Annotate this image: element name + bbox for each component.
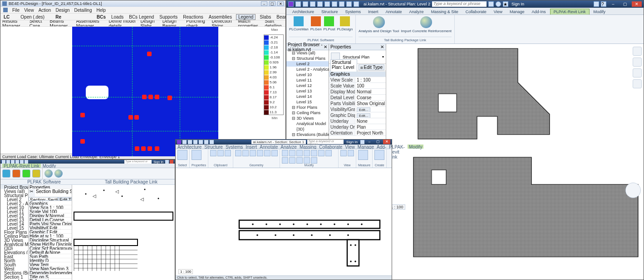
pld-canvas[interactable] (0, 27, 264, 154)
icon[interactable] (289, 157, 295, 164)
prop-value[interactable] (49, 258, 72, 262)
quick-icon[interactable] (317, 1, 323, 7)
btn-reactions[interactable]: Reactions (182, 14, 204, 19)
quick-icon[interactable] (324, 1, 330, 7)
rv2-project-browser[interactable]: Project Browser - ai.kalam.rvtViews (all… (0, 185, 29, 280)
help-icon[interactable]: ? (601, 1, 606, 7)
rv2-properties[interactable]: Properties ✂Section Building Section Sec… (29, 185, 72, 280)
props-row[interactable]: View Scale1 : 100 (329, 77, 386, 83)
rv2-search[interactable]: Type a keyword or phrase (124, 160, 152, 164)
btn-beams[interactable]: Beams (275, 14, 285, 19)
menu-action[interactable]: Action (39, 8, 51, 13)
rv3-canvas[interactable]: 1 : 100 (176, 168, 392, 275)
rv3-min[interactable]: – (366, 140, 373, 144)
tab[interactable]: Collaborate (319, 145, 342, 149)
tab[interactable]: PLPAK-Revit Link (389, 145, 405, 149)
prop-value[interactable]: Edit... (49, 230, 72, 233)
pb-node[interactable]: Level 14 (0, 222, 28, 226)
pb-node[interactable]: Level 12 (0, 213, 28, 217)
icon[interactable] (325, 150, 332, 156)
props-row[interactable]: Visibility/Graph...Edit... (29, 226, 72, 230)
btn-import-reinf[interactable] (54, 169, 63, 178)
nav-wheel[interactable] (625, 183, 641, 198)
rv3-search[interactable]: Type a keyword or phrase (307, 140, 344, 144)
tab[interactable]: Insert (246, 145, 257, 149)
orbit-icon[interactable] (633, 79, 642, 88)
btn-lc[interactable]: LC (2, 14, 11, 19)
tab-architecture[interactable]: Architecture (289, 9, 317, 14)
pb-node[interactable]: Level 2 - Analytic... (0, 201, 28, 205)
icon[interactable] (304, 157, 310, 164)
pb-close-icon[interactable]: ✕ (324, 44, 327, 49)
props-header[interactable]: Properties✕ (329, 44, 386, 50)
pld-max-button[interactable]: ▢ (269, 1, 275, 6)
props-row[interactable]: Graphic Displa...Edit... (29, 230, 72, 234)
btn-loads[interactable]: Loads (110, 14, 125, 19)
props-row[interactable]: View Scale1 : 100 (29, 205, 72, 209)
rv3-signin[interactable]: Sign In (345, 140, 359, 144)
pb-node[interactable]: Level 12 (286, 83, 329, 88)
props-row[interactable]: Underlay Orien...Plan (329, 124, 386, 130)
rv-search-input[interactable]: Type a keyword or phrase (432, 1, 487, 7)
prop-value[interactable]: Background (49, 246, 72, 250)
quick-icon[interactable] (332, 1, 337, 7)
props-row[interactable]: UnderlayNone (329, 118, 386, 124)
pb-node[interactable]: Level 10 (286, 72, 329, 77)
tab-collaborate[interactable]: Collaborate (462, 9, 490, 14)
btn-adt[interactable]: Analysis and Design Tool (359, 16, 399, 33)
props-row[interactable]: Detail LevelCoarse (329, 95, 386, 101)
prop-value[interactable]: Structural (49, 238, 72, 241)
btn-plcoreman[interactable] (2, 169, 10, 178)
prop-value[interactable]: Section 3 (49, 266, 72, 270)
edit-button[interactable]: Edit... (357, 107, 370, 112)
rv2-canvas[interactable]: ◁◁◁ 1 : 100 (72, 185, 175, 280)
props-row[interactable]: Default Analysi...None (29, 250, 72, 254)
pb-header[interactable]: Project Browser - ai.kalam.rvt✕ (286, 44, 329, 50)
prop-value[interactable]: 1 : 100 (49, 234, 72, 237)
pb-node[interactable]: Level 10 (0, 205, 28, 209)
btn-bcs[interactable]: BCs (95, 14, 107, 19)
pb-node[interactable]: Level 15 (286, 99, 329, 105)
prop-value[interactable]: Edit... (355, 107, 386, 112)
tab[interactable]: Massing & Site (300, 145, 316, 149)
btn-plpost[interactable] (22, 169, 30, 178)
properties-icon[interactable] (192, 150, 202, 160)
prop-value[interactable]: 1 : 100 (49, 205, 72, 209)
props-row[interactable]: Color Scheme L...Background (29, 246, 72, 250)
tab[interactable]: Structure (204, 145, 223, 149)
s-icon[interactable] (496, 1, 501, 7)
quick-icon[interactable] (199, 140, 203, 144)
pb-node[interactable]: South (0, 262, 28, 266)
props-row[interactable]: Visibility/Graph...Edit... (329, 106, 386, 112)
tb2-item[interactable]: Select Case (29, 20, 46, 27)
prop-value[interactable]: 100 (355, 83, 386, 88)
help-icon[interactable] (360, 140, 364, 144)
pb-node[interactable]: Level 14 (286, 94, 329, 99)
tab[interactable]: Annotate (260, 145, 278, 149)
tb2-item[interactable]: Match properties (238, 20, 261, 27)
prop-value[interactable] (49, 275, 72, 278)
prop-value[interactable]: Edit... (355, 113, 386, 118)
quick-icon[interactable] (310, 1, 315, 7)
tab[interactable]: Analyze (280, 145, 297, 149)
pld-titlebar[interactable]: BE4E-PLDesign - [Floor_ID_21;457;DL1-tit… (0, 0, 285, 7)
btn-plcoreman[interactable]: PLCoreMan (289, 16, 309, 31)
props-row[interactable]: Parts VisibilityShow Original (29, 222, 72, 226)
props-row[interactable]: View NameSection 3 (29, 266, 72, 270)
btn-bcs-legend[interactable]: BCs Legend (128, 14, 155, 19)
copy-icon[interactable] (225, 150, 231, 156)
pb-node[interactable]: Ceiling Plans (0, 234, 28, 238)
prop-value[interactable]: Normal (355, 89, 386, 94)
dropdown-icon[interactable]: ▾ (382, 55, 384, 59)
rv2-signin[interactable]: Sign In (152, 160, 164, 164)
prop-value[interactable]: Plan (355, 125, 386, 130)
pb-node[interactable]: ⊟ 3D Views (286, 116, 329, 121)
props-row[interactable]: DisciplineStructural (29, 238, 72, 242)
pan-icon[interactable] (633, 68, 642, 77)
icon[interactable] (296, 157, 303, 164)
btn-open[interactable]: Open (.des) (19, 14, 46, 19)
rv2-titlebar[interactable]: Type a keyword or phrase Sign In (0, 160, 175, 164)
quick-icon[interactable] (15, 160, 19, 164)
quick-icon[interactable] (25, 160, 28, 164)
prop-value[interactable]: Project North (355, 130, 386, 135)
